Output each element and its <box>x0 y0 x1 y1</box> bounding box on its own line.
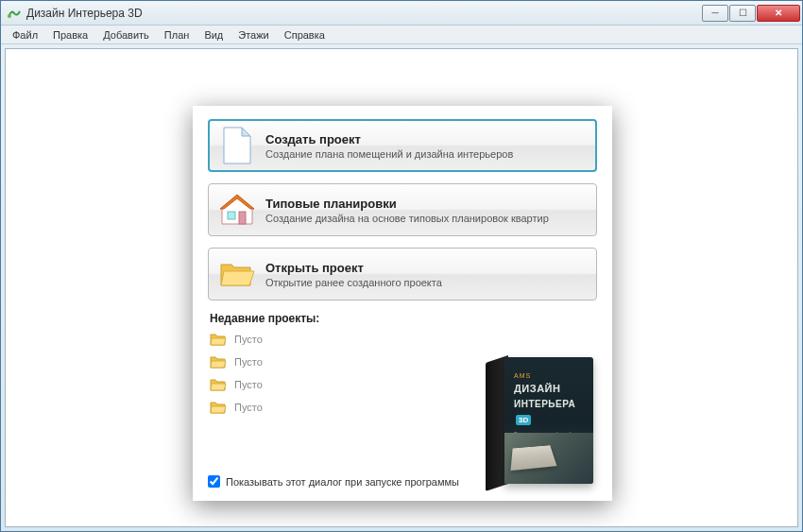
show-on-startup-input[interactable] <box>208 475 220 488</box>
show-on-startup-checkbox[interactable]: Показывать этот диалог при запуске прогр… <box>208 475 459 488</box>
menu-view[interactable]: Вид <box>196 27 231 43</box>
folder-icon <box>210 401 227 414</box>
product-title-2: ИНТЕРЬЕРА <box>514 399 575 409</box>
menu-add[interactable]: Добавить <box>95 27 157 43</box>
menu-floors[interactable]: Этажи <box>231 27 276 43</box>
product-title-1: ДИЗАЙН <box>514 383 586 394</box>
option-desc: Открытие ранее созданного проекта <box>265 277 442 288</box>
document-icon <box>218 127 256 164</box>
option-create-project[interactable]: Создать проект Создание плана помещений … <box>208 119 597 172</box>
minimize-button[interactable]: ─ <box>702 5 728 22</box>
product-box-art: AMS ДИЗАЙН ИНТЕРЬЕРА3D Планировка и диза… <box>486 344 595 484</box>
titlebar[interactable]: Дизайн Интерьера 3D ─ ☐ ✕ <box>1 1 802 26</box>
house-icon <box>218 191 256 229</box>
recent-projects-label: Недавние проекты: <box>210 312 597 325</box>
option-desc: Создание дизайна на основе типовых плани… <box>265 213 549 224</box>
recent-item-label: Пусто <box>234 334 263 345</box>
option-desc: Создание плана помещений и дизайна интер… <box>265 148 513 160</box>
recent-item-label: Пусто <box>234 379 263 390</box>
close-button[interactable]: ✕ <box>757 5 800 22</box>
svg-rect-2 <box>239 212 246 224</box>
window-title: Дизайн Интерьера 3D <box>26 7 143 20</box>
svg-rect-1 <box>228 212 235 219</box>
option-open-project[interactable]: Открыть проект Открытие ранее созданного… <box>208 248 597 300</box>
option-title: Создать проект <box>265 132 513 146</box>
folder-open-icon <box>218 255 256 293</box>
folder-icon <box>210 333 227 346</box>
menu-edit[interactable]: Правка <box>45 27 95 43</box>
startup-dialog: Создать проект Создание плана помещений … <box>193 106 612 501</box>
application-window: Дизайн Интерьера 3D ─ ☐ ✕ Файл Правка До… <box>0 0 803 532</box>
menu-file[interactable]: Файл <box>5 27 45 43</box>
app-icon <box>7 6 22 21</box>
option-typical-layouts[interactable]: Типовые планировки Создание дизайна на о… <box>208 183 597 236</box>
menu-plan[interactable]: План <box>157 27 197 43</box>
svg-point-0 <box>8 14 11 18</box>
product-brand: AMS <box>514 372 586 379</box>
menubar: Файл Правка Добавить План Вид Этажи Спра… <box>1 26 802 44</box>
recent-item-label: Пусто <box>234 356 263 368</box>
maximize-button[interactable]: ☐ <box>729 5 756 22</box>
recent-item-label: Пусто <box>234 402 263 413</box>
folder-icon <box>210 355 227 369</box>
window-controls: ─ ☐ ✕ <box>701 5 800 22</box>
option-title: Типовые планировки <box>265 197 549 211</box>
client-area: Создать проект Создание плана помещений … <box>5 48 798 527</box>
show-on-startup-label: Показывать этот диалог при запуске прогр… <box>226 476 459 488</box>
menu-help[interactable]: Справка <box>277 27 333 43</box>
option-title: Открыть проект <box>265 261 442 275</box>
product-badge: 3D <box>516 415 531 425</box>
folder-icon <box>210 378 227 391</box>
